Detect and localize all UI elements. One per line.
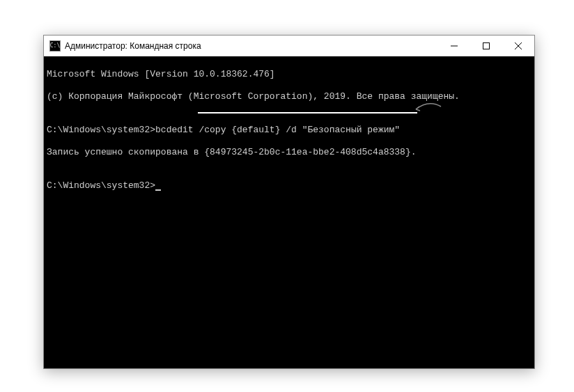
cursor bbox=[155, 189, 161, 191]
cmd-icon-glyph: C:\ bbox=[50, 43, 60, 49]
maximize-button[interactable] bbox=[470, 36, 502, 56]
arrow-annotation-icon bbox=[414, 100, 442, 120]
prompt-2: C:\Windows\system32> bbox=[47, 180, 155, 191]
close-button[interactable] bbox=[502, 36, 534, 56]
titlebar[interactable]: C:\ Администратор: Командная строка bbox=[44, 36, 534, 56]
output-line-1: Запись успешно скопирована в {84973245-2… bbox=[47, 147, 532, 158]
minimize-icon bbox=[451, 42, 458, 49]
close-icon bbox=[515, 42, 522, 49]
minimize-button[interactable] bbox=[438, 36, 470, 56]
cmd-icon: C:\ bbox=[49, 40, 61, 52]
command-line-2: C:\Windows\system32> bbox=[47, 180, 532, 191]
svg-rect-1 bbox=[483, 42, 490, 49]
command-prompt-window: C:\ Администратор: Командная строка bbox=[43, 35, 535, 369]
command-text-1: bcdedit /copy {default} /d "Безопасный р… bbox=[155, 125, 400, 135]
prompt-1: C:\Windows\system32> bbox=[47, 125, 155, 135]
window-title: Администратор: Командная строка bbox=[65, 41, 438, 51]
maximize-icon bbox=[483, 42, 490, 49]
guid-underline-annotation bbox=[198, 112, 417, 113]
copyright-line: (c) Корпорация Майкрософт (Microsoft Cor… bbox=[47, 91, 532, 102]
terminal-output[interactable]: Microsoft Windows [Version 10.0.18362.47… bbox=[44, 56, 534, 368]
version-line: Microsoft Windows [Version 10.0.18362.47… bbox=[47, 69, 532, 80]
command-line-1: C:\Windows\system32>bcdedit /copy {defau… bbox=[47, 125, 532, 136]
window-controls bbox=[438, 36, 534, 56]
